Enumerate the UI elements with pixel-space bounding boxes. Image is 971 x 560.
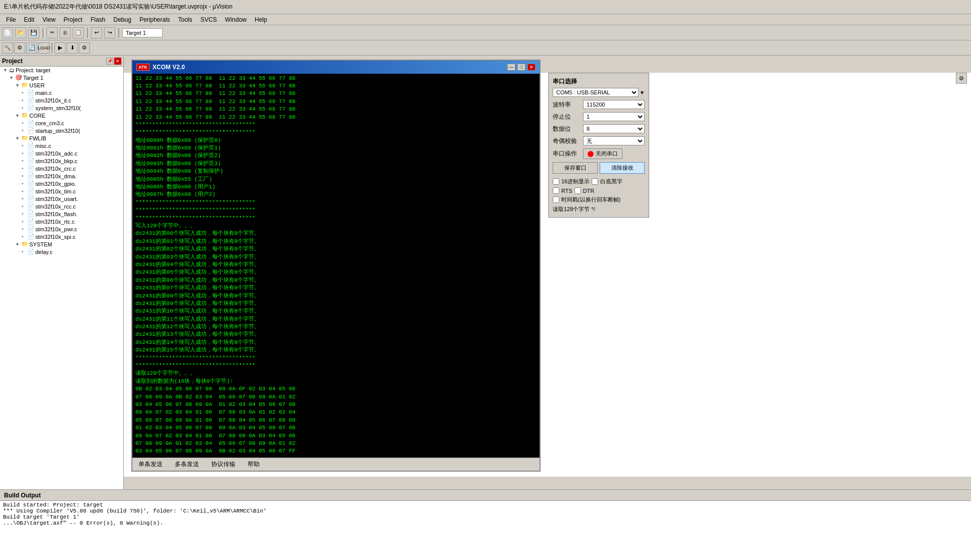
serial-op-row: 串口操作 关闭串口	[553, 148, 645, 159]
right-gear-btn[interactable]: ⚙	[956, 73, 967, 84]
target-select[interactable]: Target 1	[122, 28, 163, 37]
save-window-btn[interactable]: 保存窗口	[553, 162, 598, 174]
tree-group-fwlib[interactable]: ▼ 📁 FWLIB	[0, 134, 123, 142]
tree-file-pwr[interactable]: + 📄 stm32f10x_pwr.c	[0, 225, 123, 233]
serial-op-label: 串口操作	[553, 149, 583, 158]
tree-file-rcc[interactable]: + 📄 stm32f10x_rcc.c	[0, 202, 123, 210]
tree-file-gpio[interactable]: + 📄 stm32f10x_gpio.	[0, 180, 123, 187]
databits-row: 数据位 8	[553, 124, 645, 133]
tree-file-main[interactable]: + 📄 main.c	[0, 89, 123, 96]
tree-file-tim[interactable]: + 📄 stm32f10x_tim.c	[0, 187, 123, 195]
btn-multi-send[interactable]: 多条发送	[169, 459, 205, 470]
system-expander[interactable]: ▼	[15, 242, 21, 247]
btn-single-send[interactable]: 单条发送	[132, 459, 169, 470]
build-output-content[interactable]: Build started: Project: target*** Using …	[0, 501, 971, 560]
timestamp-check[interactable]	[553, 196, 559, 203]
rebuild-btn[interactable]: 🔄	[26, 42, 37, 54]
project-close-btn[interactable]: ✕	[114, 58, 121, 65]
user-expander[interactable]: ▼	[15, 83, 21, 88]
copy-btn[interactable]: ⎘	[60, 27, 71, 38]
menu-debug[interactable]: Debug	[110, 15, 135, 24]
terminal-line: ds2431的第11个块写入成功，每个块有8个字节。	[135, 316, 537, 323]
new-btn[interactable]: 📄	[2, 27, 13, 38]
tree-group-core[interactable]: ▼ 📁 CORE	[0, 112, 123, 119]
undo-btn[interactable]: ↩	[91, 27, 102, 38]
hex-display-check[interactable]	[553, 178, 559, 185]
tree-file-core-cm3[interactable]: + 📄 core_cm3.c	[0, 119, 123, 127]
menu-flash[interactable]: Flash	[86, 15, 109, 24]
tree-file-it[interactable]: + 📄 stm32f10x_it.c	[0, 96, 123, 104]
xcom-maximize-btn[interactable]: □	[517, 64, 525, 71]
menu-svcs[interactable]: SVCS	[197, 15, 221, 24]
tree-group-user[interactable]: ▼ 📁 USER	[0, 81, 123, 89]
menu-help[interactable]: Help	[251, 15, 271, 24]
tree-target[interactable]: ▼ 🎯 Target 1	[0, 74, 123, 81]
fwlib-folder-icon: 📁	[21, 135, 28, 141]
build-btn[interactable]: 🔨	[2, 42, 13, 54]
baudrate-row: 波特率 115200	[553, 100, 645, 109]
tree-file-adc[interactable]: + 📄 stm32f10x_adc.c	[0, 149, 123, 157]
load-btn[interactable]: LOAD	[38, 42, 50, 54]
checkbox-row-1: 16进制显示 白底黑字	[553, 178, 645, 185]
toolbar-1: 📄 📂 💾 ✂ ⎘ 📋 ↩ ↪ Target 1	[0, 25, 971, 40]
menu-window[interactable]: Window	[221, 15, 251, 24]
menu-view[interactable]: View	[38, 15, 60, 24]
compile-btn[interactable]: ⚙	[14, 42, 25, 54]
databits-select[interactable]: 8	[583, 124, 645, 133]
rts-check[interactable]	[553, 187, 559, 194]
menu-file[interactable]: File	[2, 15, 20, 24]
open-btn[interactable]: 📂	[15, 27, 26, 38]
file-icon-cm3: 📄	[27, 120, 34, 126]
port-select[interactable]: COM5 : USB-SERIAL	[553, 88, 639, 97]
btn-help[interactable]: 帮助	[241, 459, 266, 470]
clear-receive-btn[interactable]: 清除接收	[600, 162, 645, 174]
tree-file-crc[interactable]: + 📄 stm32f10x_crc.c	[0, 165, 123, 172]
xcom-terminal[interactable]: ************************************读取12…	[132, 74, 540, 457]
stopbits-select[interactable]: 1	[583, 112, 645, 121]
cut-btn[interactable]: ✂	[46, 27, 58, 38]
sep2	[87, 28, 88, 38]
core-expander[interactable]: ▼	[15, 113, 21, 118]
close-port-btn[interactable]: 关闭串口	[583, 148, 622, 159]
root-expander[interactable]: ▼	[3, 68, 9, 73]
baudrate-select[interactable]: 115200	[583, 100, 645, 109]
tree-file-bkp[interactable]: + 📄 stm32f10x_bkp.c	[0, 157, 123, 165]
dtr-check[interactable]	[574, 187, 581, 194]
menu-tools[interactable]: Tools	[174, 15, 197, 24]
menu-project[interactable]: Project	[60, 15, 86, 24]
tree-file-sys[interactable]: + 📄 system_stm32f10(	[0, 104, 123, 112]
menu-edit[interactable]: Edit	[20, 15, 38, 24]
target-expander[interactable]: ▼	[9, 75, 15, 80]
terminal-line: ds2431的第01个块写入成功，每个块有8个字节。	[135, 238, 537, 245]
project-tree[interactable]: ▼ 🗂 Project: target ▼ 🎯 Target 1 ▼ 📁 USE…	[0, 67, 123, 541]
btn-protocol[interactable]: 协议传输	[205, 459, 241, 470]
tree-file-startup[interactable]: + 📄 startup_stm32f10(	[0, 127, 123, 134]
tree-file-delay[interactable]: + 📄 delay.c	[0, 248, 123, 256]
menu-peripherals[interactable]: Peripherals	[135, 15, 174, 24]
terminal-line: ************************************	[135, 129, 537, 136]
paste-btn[interactable]: 📋	[73, 27, 84, 38]
tree-file-dma[interactable]: + 📄 stm32f10x_dma.	[0, 172, 123, 180]
terminal-line: 地址0082h 数据0x00 (保护页2)	[135, 152, 537, 160]
project-panel: Project 📌 ✕ ▼ 🗂 Project: target ▼	[0, 56, 124, 560]
tree-root[interactable]: ▼ 🗂 Project: target	[0, 67, 123, 74]
terminal-line: 11 22 33 44 55 66 77 88 11 22 33 44 55 6…	[135, 75, 537, 82]
project-pin-btn[interactable]: 📌	[106, 58, 113, 65]
tree-file-spi[interactable]: + 📄 stm32f10x_spi.c	[0, 233, 123, 240]
save-btn[interactable]: 💾	[28, 27, 39, 38]
tree-file-flash[interactable]: + 📄 stm32f10x_flash.	[0, 210, 123, 218]
parity-select[interactable]: 无	[583, 136, 645, 145]
tree-file-misc[interactable]: + 📄 misc.c	[0, 142, 123, 149]
fwlib-expander[interactable]: ▼	[15, 136, 21, 141]
xcom-close-btn[interactable]: ✕	[527, 64, 536, 71]
tree-file-usart[interactable]: + 📄 stm32f10x_usart.	[0, 195, 123, 202]
redo-btn[interactable]: ↪	[104, 27, 115, 38]
white-bg-check[interactable]	[592, 178, 598, 185]
tree-group-system[interactable]: ▼ 📁 SYSTEM	[0, 240, 123, 248]
xcom-minimize-btn[interactable]: —	[507, 64, 515, 71]
terminal-line: 03 04 05 06 07 08 09 0A 01 02 03 04 05 0…	[135, 401, 537, 409]
debug-start-btn[interactable]: ▶	[55, 42, 66, 54]
tree-file-rtc[interactable]: + 📄 stm32f10x_rtc.c	[0, 218, 123, 225]
gear-btn[interactable]: ⚙	[79, 42, 90, 54]
step-btn[interactable]: ⬇	[67, 42, 78, 54]
